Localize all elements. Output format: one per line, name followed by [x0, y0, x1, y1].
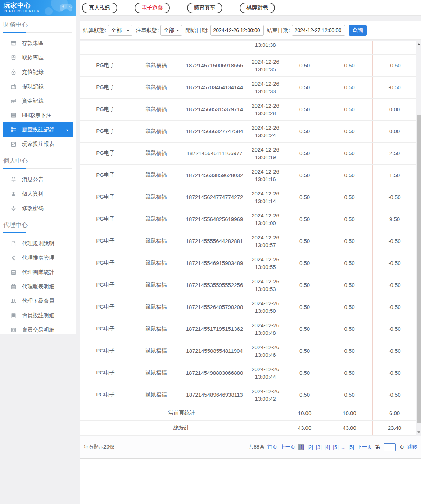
cell-bet-amount: 0.50	[283, 318, 326, 340]
cell-bet-amount: 0.50	[283, 340, 326, 362]
sidebar-item[interactable]: 會員投註明細	[3, 308, 73, 323]
sidebar-item-label: 廳室投註記錄	[22, 126, 54, 133]
sidebar-item-label: 修改密碼	[22, 205, 44, 212]
table-scrollbar	[416, 41, 421, 436]
cell-valid-bet: 0.50	[326, 230, 373, 252]
sidebar-item-label: 代理推廣管理	[22, 255, 54, 261]
sidebar-item[interactable]: 資金記錄	[3, 94, 73, 108]
table-row: PG电子鼠鼠福福18721455264057902082024-12-2613:…	[80, 296, 417, 318]
cell-bet-amount: 0.50	[283, 164, 326, 186]
table-row: PG电子鼠鼠福福18721455355955522562024-12-2613:…	[80, 274, 417, 296]
cell-win-loss: -0.50	[373, 340, 417, 362]
sidebar-below-filler	[0, 334, 76, 504]
sidebar-item[interactable]: 修改密碼	[3, 201, 73, 215]
sidebar-item[interactable]: 代理推廣管理	[3, 251, 73, 265]
cell-order-id: 1872145703464134144	[181, 76, 248, 98]
scroll-down-arrow-icon[interactable]	[416, 429, 421, 435]
cell-game-type: PG电子	[80, 340, 131, 362]
cell-bet-amount: 0.50	[283, 296, 326, 318]
agent-team-stats-icon	[10, 269, 17, 275]
search-button[interactable]: 查詢	[349, 25, 367, 36]
pager-nav-link[interactable]: 上一页	[280, 444, 295, 450]
sidebar-item[interactable]: 充值記錄	[3, 65, 73, 79]
start-date-input[interactable]	[210, 25, 264, 36]
cell-win-loss: -0.50	[373, 296, 417, 318]
tab-sports-events[interactable]: 體育賽事	[187, 3, 222, 13]
cell-valid-bet: 0.50	[326, 318, 373, 340]
tab-live-video[interactable]: 真人視訊	[82, 3, 117, 13]
brand-header: 玩家中心 PLAYERS CENTER	[0, 0, 76, 16]
cell-order-id: 1872145633859628032	[181, 164, 248, 186]
jump-page-input[interactable]	[384, 443, 396, 451]
sidebar-main-divider	[76, 0, 80, 504]
table-row: PG电子鼠鼠福福18721455648256199692024-12-2613:…	[80, 208, 417, 230]
cell-game-name: 鼠鼠福福	[131, 54, 181, 76]
table-row: PG电子鼠鼠福福18721455556442828812024-12-2613:…	[80, 230, 417, 252]
cell-order-id: 1872145555644282881	[181, 230, 248, 252]
pager-nav-link[interactable]: 下一页	[357, 444, 372, 450]
cell-game-type: PG电子	[80, 208, 131, 230]
settle-status-select[interactable]: 全部	[108, 25, 132, 36]
sidebar-item-label: 提現記錄	[22, 83, 44, 90]
cell-game-name: 鼠鼠福福	[131, 208, 181, 230]
pager-nav-link[interactable]: 首页	[267, 444, 277, 450]
page-number-link[interactable]: [5]	[348, 444, 354, 450]
players-center-app: 玩家中心 PLAYERS CENTER 財務中心存款專區取款專區充值記錄提現記錄…	[0, 0, 421, 504]
cell-bet-amount	[283, 41, 326, 54]
cell-win-loss: -0.50	[373, 230, 417, 252]
change-password-icon	[10, 205, 17, 211]
sidebar-section-items: 存款專區取款專區充值記錄提現記錄資金記錄HH彩票下注廳室投註記錄›玩家投注報表	[0, 33, 76, 152]
withdraw-icon	[10, 55, 17, 61]
cell-game-name: 鼠鼠福福	[131, 340, 181, 362]
table-row: PG电子鼠鼠福福18721456338596280322024-12-2613:…	[80, 164, 417, 186]
deposit-icon	[10, 40, 17, 46]
pager: 共88条 首页上一页[1][2][3][4][5]...[5]下一页 第 页 跳…	[249, 443, 417, 451]
agent-subordinate-icon	[10, 298, 17, 304]
page-number-link[interactable]: [1]	[298, 444, 305, 450]
sidebar-item[interactable]: HH彩票下注	[3, 108, 73, 122]
sidebar-item[interactable]: 廳室投註記錄›	[3, 122, 73, 137]
sidebar-item[interactable]: 個人資料	[3, 186, 73, 201]
recharge-record-icon	[10, 69, 17, 75]
sidebar-item[interactable]: 取款專區	[3, 50, 73, 65]
cell-win-loss: -0.50	[373, 362, 417, 384]
sidebar-item[interactable]: 代理下級會員	[3, 294, 73, 308]
funds-record-icon	[10, 98, 17, 104]
cell-order-id: 1872145535595552256	[181, 274, 248, 296]
order-status-select[interactable]: 全部	[160, 25, 182, 36]
cell-bet-time: 2024-12-2613:01:00	[248, 208, 283, 230]
jump-button[interactable]: 跳转	[407, 444, 417, 450]
sidebar-item[interactable]: 存款專區	[3, 36, 73, 50]
sidebar-item-label: 代理規則說明	[22, 240, 54, 247]
sidebar-item[interactable]: 代理團隊統計	[3, 265, 73, 279]
cell-game-type: PG电子	[80, 120, 131, 142]
cell-valid-bet: 0.50	[326, 98, 373, 120]
cell-game-type: PG电子	[80, 274, 131, 296]
scrollbar-thumb[interactable]	[417, 115, 421, 423]
page-number-link[interactable]: [4]	[325, 444, 330, 450]
sidebar-item[interactable]: 代理規則說明	[3, 236, 73, 251]
sidebar-item[interactable]: 消息公告	[3, 172, 73, 186]
scroll-up-arrow-icon[interactable]	[416, 42, 421, 47]
end-date-input[interactable]	[292, 25, 345, 36]
sidebar-item-label: 取款專區	[22, 54, 44, 61]
page-number-link[interactable]: [3]	[316, 444, 322, 450]
cell-game-type: PG电子	[80, 318, 131, 340]
cell-bet-amount: 0.50	[283, 120, 326, 142]
page-number-link[interactable]: [5]	[333, 444, 339, 450]
sidebar-item[interactable]: 玩家投注報表	[3, 137, 73, 151]
cell-bet-time: 2024-12-2613:01:16	[248, 164, 283, 186]
cell-game-type: PG电子	[80, 252, 131, 274]
table-row: PG电子鼠鼠福福18721454988030668802024-12-2613:…	[80, 362, 417, 384]
cell-order-id: 1872145508554811904	[181, 340, 248, 362]
cell-game-type: PG电子	[80, 164, 131, 186]
cell-valid-bet: 0.50	[326, 208, 373, 230]
sidebar-item[interactable]: 代理報表明細	[3, 279, 73, 294]
page-number-link[interactable]: [2]	[307, 444, 313, 450]
table-row: PG电子鼠鼠福福18721455469159034892024-12-2613:…	[80, 252, 417, 274]
summary-bet-amount: 43.00	[283, 420, 326, 435]
sidebar-item[interactable]: 提現記錄	[3, 79, 73, 94]
tab-electronic-games[interactable]: 電子遊藝	[135, 3, 170, 13]
tab-board-card-battle[interactable]: 棋牌對戰	[240, 3, 275, 13]
sidebar-item-label: 資金記錄	[22, 98, 44, 104]
